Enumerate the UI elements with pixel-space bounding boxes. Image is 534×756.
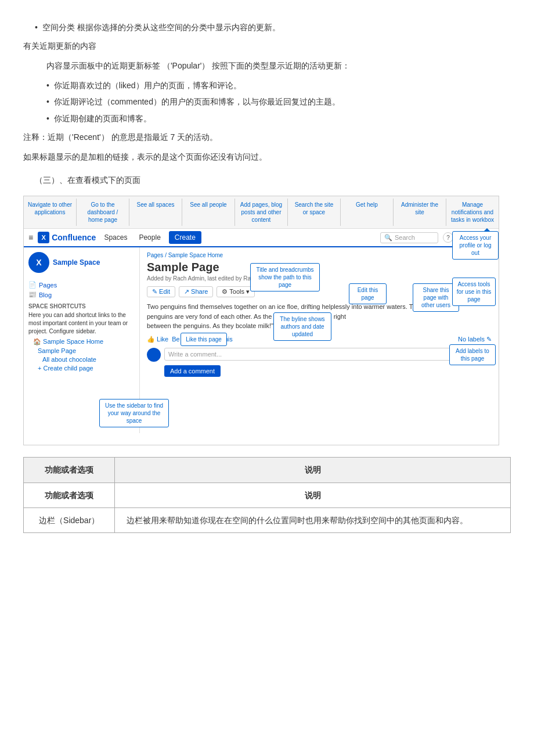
comment-area: Write a comment... [147,348,492,362]
shortcuts-text: Here you can add shortcut links to the m… [28,311,135,336]
anno-add-pages: Add pages, blog posts and other content [235,199,288,226]
blog-icon: 📰 [28,291,37,298]
callout-add-labels: Add labels to this page [449,344,496,365]
recent-desc: 内容显示面板中的近期更新标签 （'Popular'） 按照下面的类型显示近期的活… [46,59,511,73]
hamburger-icon[interactable]: ≡ [28,233,33,242]
add-comment-button[interactable]: Add a comment [164,365,221,377]
profile-callout: Access your profile or log out [452,231,499,260]
callout-sidebar: Use the sidebar to find your way around … [99,399,169,427]
anno-dashboard: Go to the dashboard / home page [77,199,129,226]
anno-see-people: See all people [182,199,235,226]
bullet-item-3: 你近期评论过（commented）的用户的页面和博客，以与你最近回复过的主题。 [46,95,511,108]
callout-like: Like this page [181,333,227,346]
home-icon: 🏠 [33,338,41,345]
table-row1-col2: 说明 [115,483,511,507]
confluence-screenshot: Navigate to other applications Go to the… [23,196,499,445]
comment-input[interactable]: Write a comment... [164,348,492,361]
anno-manage: Manage notifications and tasks in workbo… [446,199,499,226]
confluence-logo-x: X [38,232,49,243]
table-header-col1: 功能或者选项 [24,458,115,483]
recent-heading: 有关近期更新的内容 [23,39,511,53]
callout-access-tools: Access tools for use in this page [452,278,496,306]
breadcrumb: Pages / Sample Space Home [147,252,492,258]
anno-navigate: Navigate to other applications [24,199,77,226]
info-table: 功能或者选项 说明 功能或者选项 说明 边栏（Sidebar） 边栏被用来帮助知… [23,457,511,533]
table-header-col2: 说明 [115,458,511,483]
sidebar-item-blog[interactable]: 📰 Blog [28,290,135,300]
callout-byline: The byline shows authors and date update… [273,312,331,341]
comment-avatar [147,348,161,362]
table-row2-col2: 边栏被用来帮助知道你现在在空间的什么位置同时也用来帮助你找到空间中的其他页面和内… [115,507,511,532]
bullet-item-2: 你近期喜欢过的（liked）用户的页面，博客和评论。 [46,79,511,92]
edit-button[interactable]: ✎ Edit [147,286,175,297]
no-labels[interactable]: No labels ✎ [458,336,492,343]
sidebar-sample-page[interactable]: Sample Page [38,347,135,354]
nav-people[interactable]: People [135,231,164,244]
bold-note: 如果标题显示的是加粗的链接，表示的是这个页面你还没有访问过。 [23,150,511,164]
nav-spaces[interactable]: Spaces [100,231,131,244]
share-button[interactable]: ↗ Share [179,286,213,297]
callout-edit-page: Edit this page [349,283,387,304]
sidebar-space-home[interactable]: 🏠 Sample Space Home [33,338,135,345]
anno-search: Search the site or space [288,199,341,226]
sidebar-all-about[interactable]: All about chocolate [42,356,135,363]
note-paragraph: 注释：近期（'Recent'） 的意思是指最近 7 天的活动。 [23,131,511,145]
tools-button[interactable]: ⚙ Tools ▾ [217,286,255,297]
sidebar-create-child[interactable]: + Create child page [38,365,135,372]
like-button[interactable]: 👍 Like [147,336,168,343]
confluence-navbar: ≡ X Confluence Spaces People Create 🔍 Se… [24,229,499,247]
pages-icon: 📄 [28,281,37,289]
sidebar-space-name: Sample Space [53,258,100,267]
table-row1-col1: 功能或者选项 [24,483,115,507]
create-button[interactable]: Create [169,231,201,244]
sidebar-space-logo: X [28,252,49,273]
anno-get-help: Get help [341,199,394,226]
main-content: 空间分类 根据你选择的分类从这些空间的分类中显示内容的更新。 有关近期更新的内容… [23,21,511,533]
search-box[interactable]: 🔍 Search [380,232,438,243]
anno-administer: Administer the site [394,199,446,226]
confluence-logo: X Confluence [38,232,96,243]
shortcuts-label: SPACE SHORTCUTS [28,303,135,309]
table-header-row: 功能或者选项 说明 [24,458,511,483]
table-row-2: 边栏（Sidebar） 边栏被用来帮助知道你现在在空间的什么位置同时也用来帮助你… [24,507,511,532]
callout-breadcrumb: Title and breadcrumbs show the path to t… [250,263,320,291]
search-icon: 🔍 [384,234,392,242]
sidebar-item-pages[interactable]: 📄 Pages [28,280,135,290]
bullet-item-4: 你近期创建的页面和博客。 [46,112,511,125]
section-title: （三）、在查看模式下的页面 [35,174,511,186]
table-row-1: 功能或者选项 说明 [24,483,511,507]
annotation-bar: Navigate to other applications Go to the… [24,196,499,229]
bullet-item-1: 空间分类 根据你选择的分类从这些空间的分类中显示内容的更新。 [35,21,511,34]
anno-see-spaces: See all spaces [129,199,182,226]
table-row2-col1: 边栏（Sidebar） [24,507,115,532]
